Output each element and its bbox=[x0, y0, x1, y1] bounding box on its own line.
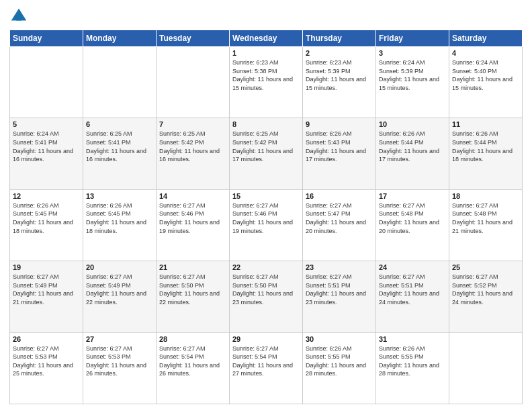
header bbox=[9, 7, 523, 26]
day-number: 24 bbox=[379, 263, 446, 271]
day-number: 16 bbox=[306, 192, 373, 200]
day-number: 22 bbox=[232, 263, 300, 271]
calendar-cell bbox=[10, 47, 83, 118]
weekday-header-tuesday: Tuesday bbox=[157, 30, 230, 47]
logo bbox=[9, 7, 31, 26]
calendar-cell: 12Sunrise: 6:26 AM Sunset: 5:45 PM Dayli… bbox=[10, 189, 83, 261]
calendar-cell: 31Sunrise: 6:26 AM Sunset: 5:55 PM Dayli… bbox=[376, 332, 449, 404]
calendar-cell bbox=[449, 332, 523, 404]
calendar-cell: 30Sunrise: 6:26 AM Sunset: 5:55 PM Dayli… bbox=[303, 332, 376, 404]
calendar-cell: 23Sunrise: 6:27 AM Sunset: 5:51 PM Dayli… bbox=[303, 261, 376, 332]
day-number: 7 bbox=[159, 120, 226, 128]
day-number: 31 bbox=[379, 335, 446, 343]
day-number: 25 bbox=[452, 263, 519, 271]
weekday-header-wednesday: Wednesday bbox=[230, 30, 303, 47]
day-number: 1 bbox=[232, 49, 300, 57]
calendar-table: SundayMondayTuesdayWednesdayThursdayFrid… bbox=[9, 30, 523, 404]
calendar-cell: 27Sunrise: 6:27 AM Sunset: 5:53 PM Dayli… bbox=[83, 332, 157, 404]
day-info: Sunrise: 6:24 AM Sunset: 5:40 PM Dayligh… bbox=[452, 58, 519, 92]
calendar-cell: 21Sunrise: 6:27 AM Sunset: 5:50 PM Dayli… bbox=[157, 261, 230, 332]
calendar-cell: 17Sunrise: 6:27 AM Sunset: 5:48 PM Dayli… bbox=[376, 189, 449, 261]
day-number: 3 bbox=[379, 49, 446, 57]
day-number: 12 bbox=[13, 192, 80, 200]
day-number: 26 bbox=[13, 335, 80, 343]
calendar-cell: 29Sunrise: 6:27 AM Sunset: 5:54 PM Dayli… bbox=[230, 332, 303, 404]
calendar-week-1: 1Sunrise: 6:23 AM Sunset: 5:38 PM Daylig… bbox=[10, 47, 523, 118]
day-info: Sunrise: 6:27 AM Sunset: 5:51 PM Dayligh… bbox=[379, 273, 446, 306]
day-number: 27 bbox=[86, 335, 153, 343]
weekday-header-sunday: Sunday bbox=[10, 30, 83, 47]
calendar-cell: 16Sunrise: 6:27 AM Sunset: 5:47 PM Dayli… bbox=[303, 189, 376, 261]
day-number: 8 bbox=[232, 120, 300, 128]
day-info: Sunrise: 6:23 AM Sunset: 5:38 PM Dayligh… bbox=[232, 58, 300, 92]
day-info: Sunrise: 6:24 AM Sunset: 5:41 PM Dayligh… bbox=[13, 130, 80, 163]
day-info: Sunrise: 6:26 AM Sunset: 5:43 PM Dayligh… bbox=[306, 130, 373, 163]
calendar-cell: 11Sunrise: 6:26 AM Sunset: 5:44 PM Dayli… bbox=[449, 118, 523, 189]
calendar-cell: 14Sunrise: 6:27 AM Sunset: 5:46 PM Dayli… bbox=[157, 189, 230, 261]
day-number: 14 bbox=[159, 192, 226, 200]
day-number: 20 bbox=[86, 263, 153, 271]
page: SundayMondayTuesdayWednesdayThursdayFrid… bbox=[0, 0, 532, 411]
day-info: Sunrise: 6:27 AM Sunset: 5:49 PM Dayligh… bbox=[13, 273, 80, 306]
day-info: Sunrise: 6:26 AM Sunset: 5:45 PM Dayligh… bbox=[86, 201, 153, 235]
day-info: Sunrise: 6:27 AM Sunset: 5:54 PM Dayligh… bbox=[159, 345, 226, 378]
day-number: 28 bbox=[159, 335, 226, 343]
weekday-header-saturday: Saturday bbox=[449, 30, 523, 47]
calendar-cell: 22Sunrise: 6:27 AM Sunset: 5:50 PM Dayli… bbox=[230, 261, 303, 332]
calendar-cell: 9Sunrise: 6:26 AM Sunset: 5:43 PM Daylig… bbox=[303, 118, 376, 189]
day-number: 30 bbox=[306, 335, 373, 343]
day-number: 5 bbox=[13, 120, 80, 128]
calendar-cell: 2Sunrise: 6:23 AM Sunset: 5:39 PM Daylig… bbox=[303, 47, 376, 118]
day-info: Sunrise: 6:26 AM Sunset: 5:44 PM Dayligh… bbox=[452, 130, 519, 163]
weekday-header-monday: Monday bbox=[83, 30, 157, 47]
weekday-header-row: SundayMondayTuesdayWednesdayThursdayFrid… bbox=[10, 30, 523, 47]
calendar-cell: 18Sunrise: 6:27 AM Sunset: 5:48 PM Dayli… bbox=[449, 189, 523, 261]
calendar-cell: 28Sunrise: 6:27 AM Sunset: 5:54 PM Dayli… bbox=[157, 332, 230, 404]
day-info: Sunrise: 6:27 AM Sunset: 5:46 PM Dayligh… bbox=[232, 201, 300, 235]
day-number: 21 bbox=[159, 263, 226, 271]
day-info: Sunrise: 6:27 AM Sunset: 5:53 PM Dayligh… bbox=[13, 345, 80, 378]
day-info: Sunrise: 6:26 AM Sunset: 5:44 PM Dayligh… bbox=[379, 130, 446, 163]
calendar-cell: 26Sunrise: 6:27 AM Sunset: 5:53 PM Dayli… bbox=[10, 332, 83, 404]
day-number: 19 bbox=[13, 263, 80, 271]
day-info: Sunrise: 6:25 AM Sunset: 5:42 PM Dayligh… bbox=[232, 130, 300, 163]
calendar-cell: 15Sunrise: 6:27 AM Sunset: 5:46 PM Dayli… bbox=[230, 189, 303, 261]
calendar-cell: 8Sunrise: 6:25 AM Sunset: 5:42 PM Daylig… bbox=[230, 118, 303, 189]
day-info: Sunrise: 6:25 AM Sunset: 5:42 PM Dayligh… bbox=[159, 130, 226, 163]
logo-icon bbox=[9, 7, 28, 26]
calendar-cell bbox=[157, 47, 230, 118]
day-info: Sunrise: 6:26 AM Sunset: 5:55 PM Dayligh… bbox=[379, 345, 446, 378]
day-number: 23 bbox=[306, 263, 373, 271]
svg-rect-1 bbox=[16, 15, 21, 20]
day-number: 18 bbox=[452, 192, 519, 200]
day-info: Sunrise: 6:25 AM Sunset: 5:41 PM Dayligh… bbox=[86, 130, 153, 163]
calendar-cell: 3Sunrise: 6:24 AM Sunset: 5:39 PM Daylig… bbox=[376, 47, 449, 118]
calendar-week-4: 19Sunrise: 6:27 AM Sunset: 5:49 PM Dayli… bbox=[10, 261, 523, 332]
weekday-header-thursday: Thursday bbox=[303, 30, 376, 47]
calendar-cell: 7Sunrise: 6:25 AM Sunset: 5:42 PM Daylig… bbox=[157, 118, 230, 189]
day-number: 17 bbox=[379, 192, 446, 200]
day-info: Sunrise: 6:27 AM Sunset: 5:48 PM Dayligh… bbox=[379, 201, 446, 235]
day-info: Sunrise: 6:26 AM Sunset: 5:45 PM Dayligh… bbox=[13, 201, 80, 235]
weekday-header-friday: Friday bbox=[376, 30, 449, 47]
day-info: Sunrise: 6:27 AM Sunset: 5:51 PM Dayligh… bbox=[306, 273, 373, 306]
day-info: Sunrise: 6:27 AM Sunset: 5:46 PM Dayligh… bbox=[159, 201, 226, 235]
calendar-cell: 24Sunrise: 6:27 AM Sunset: 5:51 PM Dayli… bbox=[376, 261, 449, 332]
calendar-cell: 10Sunrise: 6:26 AM Sunset: 5:44 PM Dayli… bbox=[376, 118, 449, 189]
calendar-week-5: 26Sunrise: 6:27 AM Sunset: 5:53 PM Dayli… bbox=[10, 332, 523, 404]
day-number: 6 bbox=[86, 120, 153, 128]
calendar-week-2: 5Sunrise: 6:24 AM Sunset: 5:41 PM Daylig… bbox=[10, 118, 523, 189]
day-info: Sunrise: 6:23 AM Sunset: 5:39 PM Dayligh… bbox=[306, 58, 373, 92]
day-info: Sunrise: 6:27 AM Sunset: 5:48 PM Dayligh… bbox=[452, 201, 519, 235]
calendar-cell bbox=[83, 47, 157, 118]
calendar-cell: 19Sunrise: 6:27 AM Sunset: 5:49 PM Dayli… bbox=[10, 261, 83, 332]
day-number: 2 bbox=[306, 49, 373, 57]
calendar-cell: 25Sunrise: 6:27 AM Sunset: 5:52 PM Dayli… bbox=[449, 261, 523, 332]
day-number: 13 bbox=[86, 192, 153, 200]
day-info: Sunrise: 6:27 AM Sunset: 5:53 PM Dayligh… bbox=[86, 345, 153, 378]
calendar-cell: 4Sunrise: 6:24 AM Sunset: 5:40 PM Daylig… bbox=[449, 47, 523, 118]
day-info: Sunrise: 6:27 AM Sunset: 5:47 PM Dayligh… bbox=[306, 201, 373, 235]
day-info: Sunrise: 6:27 AM Sunset: 5:54 PM Dayligh… bbox=[232, 345, 300, 378]
day-info: Sunrise: 6:24 AM Sunset: 5:39 PM Dayligh… bbox=[379, 58, 446, 92]
day-number: 29 bbox=[232, 335, 300, 343]
